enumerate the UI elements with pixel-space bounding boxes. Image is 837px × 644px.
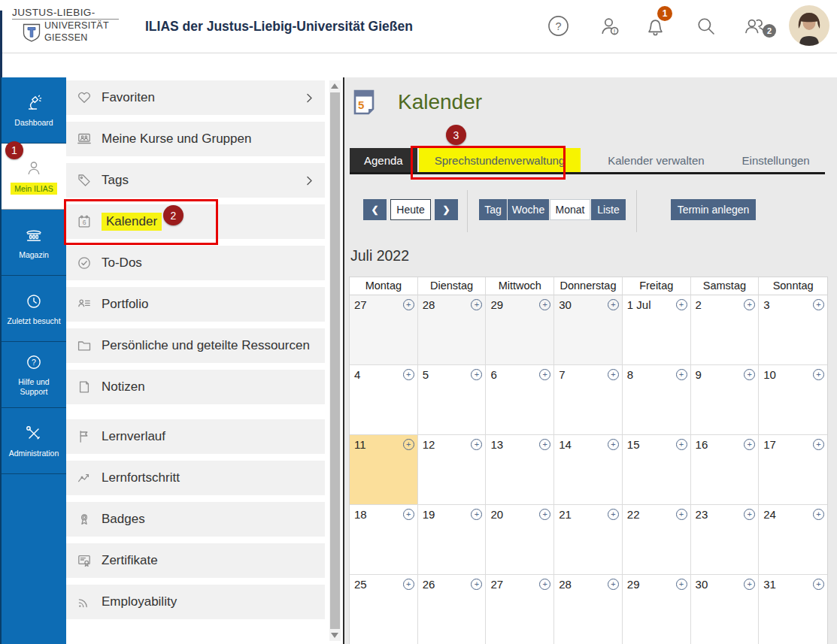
add-appointment-icon[interactable]: + bbox=[403, 439, 414, 450]
calendar-day-cell[interactable]: 26+ bbox=[418, 575, 487, 644]
user-status-icon[interactable]: ! bbox=[596, 13, 623, 39]
menu-item-favoriten[interactable]: Favoriten bbox=[66, 80, 325, 115]
add-appointment-icon[interactable]: + bbox=[403, 579, 414, 590]
calendar-day-cell[interactable]: 27+ bbox=[350, 295, 418, 365]
add-appointment-icon[interactable]: + bbox=[539, 299, 550, 310]
add-appointment-icon[interactable]: + bbox=[403, 509, 414, 520]
tab-kalender-verwalten[interactable]: Kalender verwalten bbox=[597, 148, 714, 173]
sidebar-item-magazin[interactable]: Magazin bbox=[2, 210, 66, 276]
search-icon[interactable] bbox=[693, 13, 719, 39]
add-appointment-icon[interactable]: + bbox=[813, 299, 824, 310]
calendar-day-cell[interactable]: 18+ bbox=[350, 505, 418, 575]
add-appointment-icon[interactable]: + bbox=[471, 439, 482, 450]
calendar-day-cell[interactable]: 4+ bbox=[350, 365, 418, 435]
calendar-day-cell[interactable]: 3+ bbox=[759, 295, 827, 365]
menu-item-lernverlauf[interactable]: Lernverlauf bbox=[66, 419, 325, 454]
view-button-monat[interactable]: Monat bbox=[550, 199, 590, 220]
add-appointment-icon[interactable]: + bbox=[676, 579, 687, 590]
add-appointment-icon[interactable]: + bbox=[539, 369, 550, 380]
calendar-day-cell[interactable]: 8+ bbox=[623, 365, 691, 435]
calendar-day-cell[interactable]: 13+ bbox=[486, 435, 554, 505]
tab-sprechstundenverwaltung[interactable]: Sprechstundenverwaltung bbox=[419, 148, 581, 173]
previous-period-button[interactable]: ❮ bbox=[363, 199, 387, 220]
add-appointment-icon[interactable]: + bbox=[676, 509, 687, 520]
add-appointment-icon[interactable]: + bbox=[403, 369, 414, 380]
add-appointment-icon[interactable]: + bbox=[813, 509, 824, 520]
calendar-day-cell[interactable]: 7+ bbox=[554, 365, 623, 435]
add-appointment-icon[interactable]: + bbox=[608, 369, 619, 380]
add-appointment-icon[interactable]: + bbox=[744, 579, 755, 590]
scroll-up-icon[interactable] bbox=[331, 83, 338, 89]
add-appointment-icon[interactable]: + bbox=[676, 369, 687, 380]
tab-einstellungen[interactable]: Einstellungen bbox=[732, 148, 820, 173]
calendar-day-cell[interactable]: 19+ bbox=[418, 505, 487, 575]
add-appointment-icon[interactable]: + bbox=[539, 439, 550, 450]
view-button-tag[interactable]: Tag bbox=[479, 199, 507, 220]
add-appointment-icon[interactable]: + bbox=[539, 579, 550, 590]
add-appointment-icon[interactable]: + bbox=[744, 439, 755, 450]
menu-item-portfolio[interactable]: Portfolio bbox=[66, 287, 325, 322]
calendar-day-cell[interactable]: 6+ bbox=[486, 365, 554, 435]
scrollbar-thumb[interactable] bbox=[330, 92, 340, 629]
chevron-right-icon[interactable] bbox=[303, 92, 316, 104]
calendar-day-cell[interactable]: 30+ bbox=[554, 295, 623, 365]
add-appointment-icon[interactable]: + bbox=[813, 369, 824, 380]
add-appointment-icon[interactable]: + bbox=[608, 509, 619, 520]
menu-item-lernfortschritt[interactable]: Lernfortschritt bbox=[66, 461, 325, 495]
calendar-day-cell[interactable]: 16+ bbox=[691, 435, 760, 505]
calendar-day-cell[interactable]: 21+ bbox=[554, 505, 623, 575]
calendar-day-cell[interactable]: 10+ bbox=[759, 365, 827, 435]
calendar-day-cell[interactable]: 29+ bbox=[486, 295, 554, 365]
tab-agenda[interactable]: Agenda bbox=[350, 148, 417, 173]
add-appointment-icon[interactable]: + bbox=[471, 509, 482, 520]
add-appointment-icon[interactable]: + bbox=[608, 439, 619, 450]
calendar-day-cell[interactable]: 12+ bbox=[418, 435, 487, 505]
chevron-right-icon[interactable] bbox=[303, 174, 316, 187]
menu-scrollbar[interactable] bbox=[329, 80, 341, 641]
add-appointment-icon[interactable]: + bbox=[813, 439, 824, 450]
sidebar-item-administration[interactable]: Administration bbox=[2, 408, 66, 474]
add-appointment-icon[interactable]: + bbox=[676, 439, 687, 450]
calendar-day-cell[interactable]: 28+ bbox=[554, 575, 623, 644]
calendar-day-cell[interactable]: 27+ bbox=[486, 575, 554, 644]
calendar-day-cell[interactable]: 14+ bbox=[554, 435, 623, 505]
view-button-liste[interactable]: Liste bbox=[591, 199, 626, 220]
calendar-day-cell[interactable]: 29+ bbox=[623, 575, 691, 644]
menu-item-tags[interactable]: Tags bbox=[66, 163, 325, 198]
calendar-day-cell[interactable]: 20+ bbox=[486, 505, 554, 575]
today-button[interactable]: Heute bbox=[390, 199, 431, 220]
calendar-day-cell[interactable]: 30+ bbox=[691, 575, 760, 644]
calendar-day-cell[interactable]: 23+ bbox=[691, 505, 760, 575]
add-appointment-icon[interactable]: + bbox=[471, 369, 482, 380]
calendar-day-cell[interactable]: 15+ bbox=[623, 435, 691, 505]
menu-item-badges[interactable]: Badges bbox=[66, 502, 325, 537]
calendar-day-cell[interactable]: 9+ bbox=[691, 365, 760, 435]
add-appointment-icon[interactable]: + bbox=[471, 299, 482, 310]
next-period-button[interactable]: ❯ bbox=[435, 199, 458, 220]
menu-item-to-dos[interactable]: To-Dos bbox=[66, 246, 325, 280]
sidebar-item-hilfe-und-support[interactable]: ?Hilfe und Support bbox=[2, 342, 66, 408]
menu-item-employability[interactable]: Employability bbox=[66, 585, 325, 619]
add-appointment-icon[interactable]: + bbox=[676, 299, 687, 310]
sidebar-item-dashboard[interactable]: Dashboard bbox=[2, 77, 66, 144]
calendar-day-cell[interactable]: 5+ bbox=[418, 365, 487, 435]
calendar-day-cell[interactable]: 24+ bbox=[759, 505, 827, 575]
menu-item-kalender[interactable]: 6Kalender bbox=[66, 204, 325, 239]
calendar-day-cell[interactable]: 17+ bbox=[759, 435, 827, 505]
calendar-day-cell[interactable]: 2+ bbox=[691, 295, 760, 365]
add-appointment-icon[interactable]: + bbox=[744, 509, 755, 520]
menu-item-zertifikate[interactable]: Zertifikate bbox=[66, 543, 325, 578]
add-appointment-icon[interactable]: + bbox=[744, 369, 755, 380]
add-appointment-icon[interactable]: + bbox=[403, 299, 414, 310]
sidebar-item-zuletzt-besucht[interactable]: Zuletzt besucht bbox=[2, 276, 66, 342]
calendar-day-cell[interactable]: 11+ bbox=[350, 435, 418, 505]
calendar-day-cell[interactable]: 22+ bbox=[623, 505, 691, 575]
menu-item-meine-kurse-und-gruppen[interactable]: Meine Kurse und Gruppen bbox=[66, 122, 325, 156]
add-appointment-icon[interactable]: + bbox=[608, 299, 619, 310]
view-button-woche[interactable]: Woche bbox=[508, 199, 549, 220]
calendar-day-cell[interactable]: 31+ bbox=[759, 575, 827, 644]
create-appointment-button[interactable]: Termin anlegen bbox=[671, 199, 756, 220]
add-appointment-icon[interactable]: + bbox=[744, 299, 755, 310]
calendar-day-cell[interactable]: 28+ bbox=[418, 295, 487, 365]
menu-item-pers-nliche-und-geteilte-ressourcen[interactable]: Persönliche und geteilte Ressourcen bbox=[66, 328, 325, 363]
